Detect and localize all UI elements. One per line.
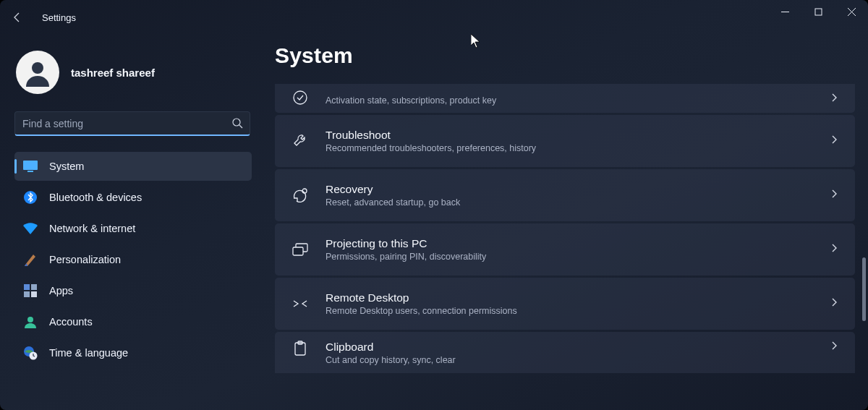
minimize-button[interactable] [768,0,801,23]
search-box[interactable] [14,111,250,136]
bluetooth-icon [23,190,38,205]
page-title: System [275,43,855,68]
maximize-button[interactable] [801,0,835,23]
monitor-icon [23,159,38,174]
svg-rect-1 [815,9,822,15]
card-desc: Reset, advanced startup, go back [326,197,829,208]
chevron-right-icon [829,134,839,148]
chevron-right-icon [829,93,839,106]
titlebar: Settings [0,0,868,35]
sidebar-item-label: Network & internet [49,223,135,234]
project-icon [275,242,326,257]
card-troubleshoot[interactable]: Troubleshoot Recommended troubleshooters… [275,115,855,167]
card-title: Clipboard [326,341,829,354]
remote-icon [275,296,326,311]
card-desc: Recommended troubleshooters, preferences… [326,143,829,153]
sidebar-item-label: Apps [49,285,73,296]
svg-point-4 [32,62,43,74]
app-title: Settings [42,12,76,23]
sidebar-item-label: Bluetooth & devices [49,192,142,203]
arrow-left-icon [12,12,23,23]
card-projecting[interactable]: Projecting to this PC Permissions, pairi… [275,223,855,276]
scrollbar[interactable] [862,90,866,404]
card-text: Projecting to this PC Permissions, pairi… [326,237,829,262]
svg-rect-8 [27,171,33,172]
settings-list: Activation state, subscriptions, product… [275,84,855,373]
sidebar-item-label: Accounts [49,316,93,328]
settings-window: Settings tashreef shareef System [0,0,868,410]
paintbrush-icon [23,252,38,267]
scrollbar-thumb[interactable] [862,257,866,321]
svg-rect-7 [23,161,38,170]
chevron-right-icon [829,297,839,310]
card-text: Remote Desktop Remote Desktop users, con… [326,291,829,316]
close-button[interactable] [835,0,868,23]
chevron-right-icon [829,341,839,354]
svg-point-17 [294,91,307,104]
card-remote[interactable]: Remote Desktop Remote Desktop users, con… [275,278,855,330]
card-desc: Permissions, pairing PIN, discoverabilit… [326,252,829,262]
card-recovery[interactable]: Recovery Reset, advanced startup, go bac… [275,169,855,221]
card-text: Activation state, subscriptions, product… [326,95,829,106]
card-title: Troubleshoot [326,129,829,142]
sidebar-item-network[interactable]: Network & internet [14,214,252,243]
card-activation[interactable]: Activation state, subscriptions, product… [275,84,855,113]
check-circle-icon [275,90,326,106]
nav: System Bluetooth & devices Network & int… [14,152,252,367]
card-text: Clipboard Cut and copy history, sync, cl… [326,341,829,365]
wrench-icon [275,133,326,149]
back-button[interactable] [0,0,35,35]
card-text: Troubleshoot Recommended troubleshooters… [326,129,829,153]
sidebar-item-label: System [49,161,84,172]
svg-rect-13 [31,291,37,297]
window-controls [768,0,868,23]
svg-point-5 [233,119,240,126]
account-icon [23,315,38,329]
chevron-right-icon [829,243,839,256]
card-desc: Remote Desktop users, connection permiss… [326,306,829,316]
sidebar-item-system[interactable]: System [14,152,252,181]
svg-rect-11 [31,284,37,290]
card-title: Remote Desktop [326,291,829,304]
globe-clock-icon [23,346,38,360]
sidebar: tashreef shareef System Bluetooth & devi… [0,35,260,410]
svg-line-6 [239,125,242,128]
sidebar-item-time[interactable]: Time & language [14,338,252,367]
chevron-right-icon [829,189,839,202]
apps-icon [23,283,38,298]
profile[interactable]: tashreef shareef [14,46,252,108]
search-input[interactable] [14,111,250,136]
card-desc: Cut and copy history, sync, clear [326,355,829,365]
card-clipboard[interactable]: Clipboard Cut and copy history, sync, cl… [275,332,855,373]
clipboard-icon [275,341,326,356]
svg-point-14 [27,317,33,323]
username: tashreef shareef [71,67,155,79]
sidebar-item-apps[interactable]: Apps [14,276,252,305]
svg-rect-12 [24,291,30,297]
card-desc: Activation state, subscriptions, product… [326,95,829,106]
main-panel: System Activation state, subscriptions, … [275,43,855,410]
recovery-icon [275,188,326,202]
sidebar-item-label: Personalization [49,254,121,265]
card-text: Recovery Reset, advanced startup, go bac… [326,183,829,208]
wifi-icon [23,221,38,236]
sidebar-item-personalization[interactable]: Personalization [14,245,252,274]
sidebar-item-bluetooth[interactable]: Bluetooth & devices [14,183,252,212]
card-title: Recovery [326,183,829,196]
search-icon [231,117,243,132]
svg-rect-10 [24,284,30,290]
avatar [16,51,59,94]
card-title: Projecting to this PC [326,237,829,250]
sidebar-item-label: Time & language [49,347,128,359]
svg-rect-20 [293,247,303,255]
person-icon [23,58,52,87]
sidebar-item-accounts[interactable]: Accounts [14,307,252,336]
